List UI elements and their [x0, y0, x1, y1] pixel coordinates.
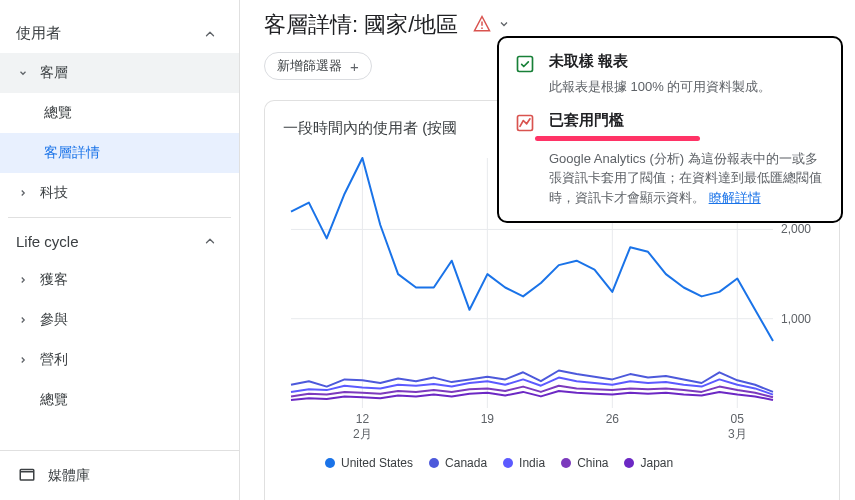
- caret-right-icon: [16, 273, 30, 287]
- sidebar-item-label: 參與: [40, 311, 68, 329]
- legend-dot: [561, 458, 571, 468]
- chevron-down-icon: [498, 17, 510, 33]
- library-icon: [18, 465, 36, 486]
- main-content: 客層詳情: 國家/地區 新增篩選器 + 一段時間內的使用者 (按國 1,0002…: [240, 0, 855, 500]
- legend-item[interactable]: United States: [325, 456, 413, 470]
- sidebar-item-label: 客層詳情: [44, 144, 100, 162]
- popover-title-1: 未取樣 報表: [549, 52, 771, 71]
- divider: [8, 217, 231, 218]
- learn-more-link[interactable]: 瞭解詳情: [709, 190, 761, 205]
- legend-item[interactable]: Canada: [429, 456, 487, 470]
- legend-dot: [325, 458, 335, 468]
- legend-label: China: [577, 456, 608, 470]
- page-title: 客層詳情: 國家/地區: [264, 10, 458, 40]
- plus-icon: +: [350, 58, 359, 75]
- popover-title-2: 已套用門檻: [549, 111, 825, 130]
- svg-point-2: [482, 27, 484, 29]
- sidebar-footer-library[interactable]: 媒體庫: [0, 450, 239, 500]
- threshold-icon: [513, 111, 537, 208]
- legend-label: United States: [341, 456, 413, 470]
- svg-text:26: 26: [606, 412, 620, 426]
- add-filter-chip[interactable]: 新增篩選器 +: [264, 52, 372, 80]
- sidebar: 使用者 客層 總覽 客層詳情 科技 Life cycle: [0, 0, 240, 500]
- sidebar-item-demographics-detail[interactable]: 客層詳情: [0, 133, 239, 173]
- svg-text:05: 05: [731, 412, 745, 426]
- svg-text:2,000: 2,000: [781, 222, 811, 236]
- legend-dot: [503, 458, 513, 468]
- caret-right-icon: [16, 313, 30, 327]
- chevron-up-icon: [201, 25, 219, 43]
- svg-text:2月: 2月: [353, 427, 372, 441]
- caret-right-icon: [16, 353, 30, 367]
- data-quality-popover: 未取樣 報表 此報表是根據 100% 的可用資料製成。 已套用門檻 Google…: [497, 36, 843, 223]
- alert-icon: [472, 14, 492, 37]
- svg-text:3月: 3月: [728, 427, 747, 441]
- data-quality-badge[interactable]: [466, 12, 516, 39]
- sidebar-item-label: 總覽: [40, 391, 68, 409]
- sidebar-item-demographics[interactable]: 客層: [0, 53, 239, 93]
- legend-item[interactable]: Japan: [624, 456, 673, 470]
- sidebar-item-overview[interactable]: 總覽: [0, 93, 239, 133]
- sidebar-section-users[interactable]: 使用者: [0, 14, 239, 53]
- popover-body-1: 此報表是根據 100% 的可用資料製成。: [549, 77, 771, 97]
- sidebar-item-overview-2[interactable]: 總覽: [0, 380, 239, 420]
- chart-legend: United StatesCanadaIndiaChinaJapan: [283, 456, 821, 470]
- sidebar-section-lifecycle[interactable]: Life cycle: [0, 222, 239, 260]
- legend-label: Canada: [445, 456, 487, 470]
- svg-rect-17: [518, 57, 533, 72]
- legend-label: India: [519, 456, 545, 470]
- chevron-up-icon: [201, 232, 219, 250]
- sidebar-footer-label: 媒體庫: [48, 467, 90, 485]
- annotation-highlight: [535, 136, 700, 141]
- legend-item[interactable]: India: [503, 456, 545, 470]
- legend-item[interactable]: China: [561, 456, 608, 470]
- svg-text:12: 12: [356, 412, 370, 426]
- sidebar-item-label: 營利: [40, 351, 68, 369]
- unsampled-icon: [513, 52, 537, 97]
- sidebar-section-label: 使用者: [16, 24, 61, 43]
- svg-text:19: 19: [481, 412, 495, 426]
- sidebar-item-engagement[interactable]: 參與: [0, 300, 239, 340]
- sidebar-section-label: Life cycle: [16, 233, 79, 250]
- legend-label: Japan: [640, 456, 673, 470]
- sidebar-item-label: 客層: [40, 64, 68, 82]
- legend-dot: [429, 458, 439, 468]
- sidebar-item-label: 科技: [40, 184, 68, 202]
- sidebar-item-label: 獲客: [40, 271, 68, 289]
- chip-label: 新增篩選器: [277, 57, 342, 75]
- caret-right-icon: [16, 186, 30, 200]
- popover-body-2: Google Analytics (分析) 為這份報表中的一或多張資訊卡套用了閥…: [549, 149, 825, 208]
- caret-down-icon: [16, 66, 30, 80]
- legend-dot: [624, 458, 634, 468]
- svg-text:1,000: 1,000: [781, 312, 811, 326]
- sidebar-item-acquisition[interactable]: 獲客: [0, 260, 239, 300]
- sidebar-item-monetization[interactable]: 營利: [0, 340, 239, 380]
- sidebar-item-label: 總覽: [44, 104, 72, 122]
- sidebar-item-tech[interactable]: 科技: [0, 173, 239, 213]
